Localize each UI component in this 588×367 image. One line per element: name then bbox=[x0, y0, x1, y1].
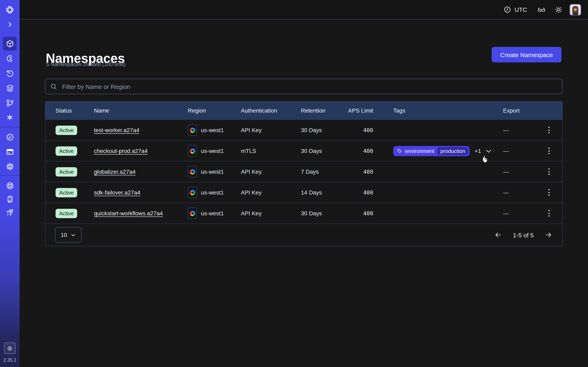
page-range-label: 1-5 of 5 bbox=[513, 231, 534, 238]
filter-input[interactable] bbox=[61, 83, 557, 90]
column-header-aps-limit: APS Limit bbox=[347, 107, 393, 114]
status-badge: Active bbox=[56, 167, 77, 176]
sidebar-item-batch[interactable] bbox=[0, 110, 20, 124]
sidebar-item-billing[interactable] bbox=[0, 145, 20, 159]
tags-expand-button[interactable] bbox=[485, 147, 492, 154]
sidebar: 2.35.1 bbox=[0, 0, 20, 367]
aps-limit-value: 400 bbox=[363, 210, 373, 217]
retention-value: 14 Days bbox=[301, 189, 347, 196]
export-value: — bbox=[503, 189, 509, 196]
column-header-region: Region bbox=[188, 107, 241, 114]
namespace-link[interactable]: checkout-prod.a27a4 bbox=[94, 148, 148, 154]
gauge-icon bbox=[6, 133, 14, 141]
namespaces-table: Status Name Region Authentication Retent… bbox=[45, 101, 563, 246]
retention-value: 30 Days bbox=[301, 127, 347, 133]
aps-limit-value: 400 bbox=[363, 148, 373, 154]
column-header-export: Export bbox=[503, 107, 536, 114]
gcp-region-icon bbox=[188, 145, 197, 157]
filter-bar bbox=[45, 79, 563, 94]
avatar-portrait bbox=[570, 4, 581, 15]
status-badge: Active bbox=[56, 188, 77, 197]
export-value: — bbox=[503, 127, 509, 133]
column-header-name: Name bbox=[94, 107, 188, 114]
sidebar-item-support[interactable] bbox=[0, 179, 20, 192]
sidebar-item-docs[interactable] bbox=[0, 192, 20, 206]
asterisk-icon bbox=[6, 113, 14, 122]
tag-overflow-count: +1 bbox=[475, 148, 481, 154]
gcp-region-icon bbox=[188, 208, 197, 219]
sidebar-item-workflows[interactable] bbox=[0, 51, 20, 65]
sidebar-item-schedules[interactable] bbox=[0, 67, 20, 80]
layers-icon bbox=[6, 84, 14, 92]
sun-icon bbox=[554, 6, 563, 14]
pagination-bar: 10 1-5 of 5 bbox=[45, 224, 562, 246]
namespace-link[interactable]: globalizer.a27a4 bbox=[94, 168, 136, 175]
sidebar-item-usage[interactable] bbox=[0, 130, 20, 144]
chevron-down-icon bbox=[71, 232, 76, 238]
row-menu-button[interactable] bbox=[546, 145, 552, 157]
status-badge: Active bbox=[56, 146, 77, 156]
region-label: us-west1 bbox=[201, 168, 224, 175]
labs-mode-button[interactable] bbox=[537, 6, 545, 14]
workflows-swirl-icon bbox=[6, 54, 14, 63]
tag-value: production bbox=[437, 147, 468, 155]
sidebar-item-getting-started[interactable] bbox=[0, 205, 20, 219]
next-page-button[interactable] bbox=[544, 231, 553, 239]
sidebar-item-settings[interactable] bbox=[0, 159, 20, 173]
temporal-logo bbox=[0, 3, 20, 17]
namespace-link[interactable]: quickstart-workflows.a27a4 bbox=[94, 210, 163, 217]
sidebar-item-namespaces[interactable] bbox=[0, 37, 20, 50]
lifebuoy-icon bbox=[6, 181, 14, 190]
row-menu-button[interactable] bbox=[546, 166, 552, 177]
avatar[interactable] bbox=[570, 4, 581, 15]
sidebar-item-nexus[interactable] bbox=[0, 81, 20, 95]
glasses-icon bbox=[537, 6, 545, 14]
namespace-link[interactable]: test-worker.a27a4 bbox=[94, 127, 139, 133]
row-menu-button[interactable] bbox=[546, 208, 552, 219]
timezone-selector[interactable]: UTC bbox=[503, 6, 527, 13]
theme-toggle-button[interactable] bbox=[554, 6, 563, 14]
gcp-region-icon bbox=[188, 166, 197, 177]
page-size-value: 10 bbox=[61, 232, 67, 238]
tag-key: environment bbox=[405, 148, 434, 154]
app-version: 2.35.1 bbox=[0, 358, 20, 363]
row-menu-button[interactable] bbox=[546, 124, 552, 136]
export-value: — bbox=[503, 148, 509, 154]
table-row: Active globalizer.a27a4 us-west1 API Key… bbox=[45, 161, 562, 182]
sidebar-item-deployments[interactable] bbox=[0, 96, 20, 110]
export-value: — bbox=[503, 210, 509, 217]
auth-method: API Key bbox=[241, 210, 301, 217]
book-icon bbox=[6, 195, 14, 203]
retention-value: 30 Days bbox=[301, 148, 347, 154]
chevron-down-icon bbox=[485, 147, 492, 154]
table-row: Active checkout-prod.a27a4 us-west1 mTLS… bbox=[45, 140, 562, 161]
region-label: us-west1 bbox=[201, 148, 224, 154]
table-row: Active quickstart-workflows.a27a4 us-wes… bbox=[45, 203, 562, 224]
region-label: us-west1 bbox=[201, 210, 224, 217]
clock-icon bbox=[503, 6, 511, 13]
namespace-link[interactable]: sdk-failover.a27a4 bbox=[94, 189, 140, 196]
auth-method: API Key bbox=[241, 127, 301, 133]
gcp-region-icon bbox=[188, 187, 197, 198]
credits-button[interactable] bbox=[4, 342, 16, 354]
retention-value: 30 Days bbox=[301, 210, 347, 217]
page-subtitle: 5 Namespaces created (100 limit) bbox=[46, 61, 126, 67]
tag-chip[interactable]: environment production bbox=[393, 146, 470, 156]
export-value: — bbox=[503, 168, 509, 175]
table-header: Status Name Region Authentication Retent… bbox=[45, 101, 562, 119]
column-header-status: Status bbox=[56, 107, 94, 114]
previous-page-button[interactable] bbox=[494, 231, 502, 239]
auth-method: API Key bbox=[241, 189, 301, 196]
cube-icon bbox=[6, 39, 14, 48]
timezone-label: UTC bbox=[515, 6, 527, 13]
page-size-select[interactable]: 10 bbox=[55, 227, 82, 243]
badge-dollar-icon bbox=[7, 344, 13, 352]
row-menu-button[interactable] bbox=[546, 187, 552, 198]
region-label: us-west1 bbox=[201, 189, 224, 196]
table-row: Active test-worker.a27a4 us-west1 API Ke… bbox=[45, 119, 562, 140]
aps-limit-value: 400 bbox=[363, 168, 373, 175]
sidebar-expand-button[interactable] bbox=[0, 17, 20, 31]
create-namespace-button[interactable]: Create Namespace bbox=[492, 47, 562, 62]
aps-limit-value: 400 bbox=[363, 189, 373, 196]
search-icon bbox=[50, 83, 57, 90]
